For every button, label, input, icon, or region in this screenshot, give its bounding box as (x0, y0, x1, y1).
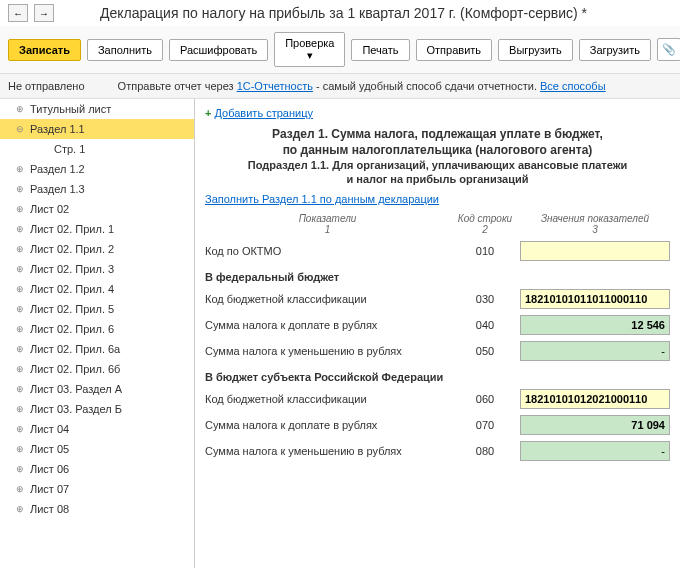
section-sub-2: и налог на прибыль организаций (205, 173, 670, 185)
tree-toggle-icon: ⊖ (16, 124, 26, 134)
tree-item-20[interactable]: ⊕Лист 08 (0, 499, 194, 519)
tree-toggle-icon: ⊕ (16, 444, 26, 454)
tree-item-label: Лист 02. Прил. 1 (30, 223, 114, 235)
tree-item-6[interactable]: ⊕Лист 02. Прил. 1 (0, 219, 194, 239)
tree-item-19[interactable]: ⊕Лист 07 (0, 479, 194, 499)
nav-forward-button[interactable]: → (34, 4, 54, 22)
tree-item-1[interactable]: ⊖Раздел 1.1 (0, 119, 194, 139)
tree-item-label: Лист 03. Раздел Б (30, 403, 122, 415)
upload-button[interactable]: Выгрузить (498, 39, 573, 61)
tree-toggle-icon: ⊕ (16, 364, 26, 374)
nav-back-button[interactable]: ← (8, 4, 28, 22)
section-title-2: по данным налогоплательщика (налогового … (205, 143, 670, 157)
tree-item-label: Лист 02. Прил. 4 (30, 283, 114, 295)
tree-item-7[interactable]: ⊕Лист 02. Прил. 2 (0, 239, 194, 259)
tree-item-8[interactable]: ⊕Лист 02. Прил. 3 (0, 259, 194, 279)
tree-item-label: Лист 08 (30, 503, 69, 515)
tree-toggle-icon: ⊕ (16, 404, 26, 414)
tree-item-label: Лист 06 (30, 463, 69, 475)
tree-toggle-icon: ⊕ (16, 324, 26, 334)
tree-toggle-icon: ⊕ (16, 204, 26, 214)
tree-item-label: Лист 02. Прил. 3 (30, 263, 114, 275)
tree-item-label: Лист 02. Прил. 5 (30, 303, 114, 315)
tree-toggle-icon: ⊕ (16, 384, 26, 394)
fill-section-link[interactable]: Заполнить Раздел 1.1 по данным деклараци… (205, 193, 670, 205)
decode-button[interactable]: Расшифровать (169, 39, 268, 61)
oktmo-input[interactable] (520, 241, 670, 261)
tree-toggle-icon: ⊕ (16, 464, 26, 474)
tree-toggle-icon: ⊕ (16, 344, 26, 354)
tree-item-0[interactable]: ⊕Титульный лист (0, 99, 194, 119)
status-link-1c[interactable]: 1С-Отчетность (237, 80, 313, 92)
tree-item-5[interactable]: ⊕Лист 02 (0, 199, 194, 219)
plus-icon: + (205, 107, 211, 119)
row-oktmo-code: 010 (450, 245, 520, 257)
tree-item-label: Титульный лист (30, 103, 111, 115)
tree-item-label: Лист 07 (30, 483, 69, 495)
tree-item-3[interactable]: ⊕Раздел 1.2 (0, 159, 194, 179)
fed-minus-input[interactable] (520, 341, 670, 361)
page-title: Декларация по налогу на прибыль за 1 ква… (100, 5, 587, 21)
tree-item-11[interactable]: ⊕Лист 02. Прил. 6 (0, 319, 194, 339)
subject-budget-header: В бюджет субъекта Российской Федерации (205, 371, 670, 383)
fed-kbk-input[interactable] (520, 289, 670, 309)
tree-toggle-icon: ⊕ (16, 104, 26, 114)
sub-kbk-input[interactable] (520, 389, 670, 409)
tree-item-label: Раздел 1.2 (30, 163, 85, 175)
tree-toggle-icon: ⊕ (16, 224, 26, 234)
tree-item-2[interactable]: Стр. 1 (0, 139, 194, 159)
sub-minus-input[interactable] (520, 441, 670, 461)
tree-toggle-icon: ⊕ (16, 164, 26, 174)
tree-item-12[interactable]: ⊕Лист 02. Прил. 6а (0, 339, 194, 359)
tree-item-17[interactable]: ⊕Лист 05 (0, 439, 194, 459)
tree-item-label: Лист 05 (30, 443, 69, 455)
tree-toggle-icon: ⊕ (16, 284, 26, 294)
tree-item-9[interactable]: ⊕Лист 02. Прил. 4 (0, 279, 194, 299)
tree-item-15[interactable]: ⊕Лист 03. Раздел Б (0, 399, 194, 419)
tree-item-4[interactable]: ⊕Раздел 1.3 (0, 179, 194, 199)
tree-item-label: Лист 02. Прил. 2 (30, 243, 114, 255)
tree-item-label: Лист 02. Прил. 6а (30, 343, 120, 355)
tree-item-label: Раздел 1.1 (30, 123, 85, 135)
tree-item-label: Лист 02 (30, 203, 69, 215)
section-sub-1: Подраздел 1.1. Для организаций, уплачива… (205, 159, 670, 171)
content-area: + Добавить страницу Раздел 1. Сумма нало… (195, 99, 680, 568)
tree-item-14[interactable]: ⊕Лист 03. Раздел А (0, 379, 194, 399)
tree-item-label: Лист 04 (30, 423, 69, 435)
print-button[interactable]: Печать (351, 39, 409, 61)
tree-item-label: Лист 02. Прил. 6 (30, 323, 114, 335)
status-link-all[interactable]: Все способы (540, 80, 606, 92)
send-button[interactable]: Отправить (416, 39, 493, 61)
check-button[interactable]: Проверка ▾ (274, 32, 345, 67)
tree-item-label: Лист 02. Прил. 6б (30, 363, 120, 375)
tree-toggle-icon: ⊕ (16, 504, 26, 514)
tree-item-10[interactable]: ⊕Лист 02. Прил. 5 (0, 299, 194, 319)
write-button[interactable]: Записать (8, 39, 81, 61)
sub-plus-input[interactable] (520, 415, 670, 435)
tree-item-label: Стр. 1 (54, 143, 85, 155)
tree-item-16[interactable]: ⊕Лист 04 (0, 419, 194, 439)
tree-toggle-icon: ⊕ (16, 244, 26, 254)
attach-button[interactable]: 📎 (657, 38, 680, 61)
tree-item-18[interactable]: ⊕Лист 06 (0, 459, 194, 479)
tree-toggle-icon: ⊕ (16, 304, 26, 314)
federal-budget-header: В федеральный бюджет (205, 271, 670, 283)
row-oktmo-label: Код по ОКТМО (205, 245, 450, 257)
tree-item-label: Раздел 1.3 (30, 183, 85, 195)
section-title-1: Раздел 1. Сумма налога, подлежащая уплат… (205, 127, 670, 141)
status-text: Отправьте отчет через (118, 80, 237, 92)
tree-toggle-icon: ⊕ (16, 484, 26, 494)
status-label: Не отправлено (8, 80, 85, 92)
tree-toggle-icon: ⊕ (16, 184, 26, 194)
sidebar: ⊕Титульный лист⊖Раздел 1.1Стр. 1⊕Раздел … (0, 99, 195, 568)
load-button[interactable]: Загрузить (579, 39, 651, 61)
tree-toggle-icon: ⊕ (16, 424, 26, 434)
add-page-link[interactable]: Добавить страницу (215, 107, 313, 119)
fed-plus-input[interactable] (520, 315, 670, 335)
tree-toggle-icon: ⊕ (16, 264, 26, 274)
fill-button[interactable]: Заполнить (87, 39, 163, 61)
tree-item-13[interactable]: ⊕Лист 02. Прил. 6б (0, 359, 194, 379)
tree-item-label: Лист 03. Раздел А (30, 383, 122, 395)
